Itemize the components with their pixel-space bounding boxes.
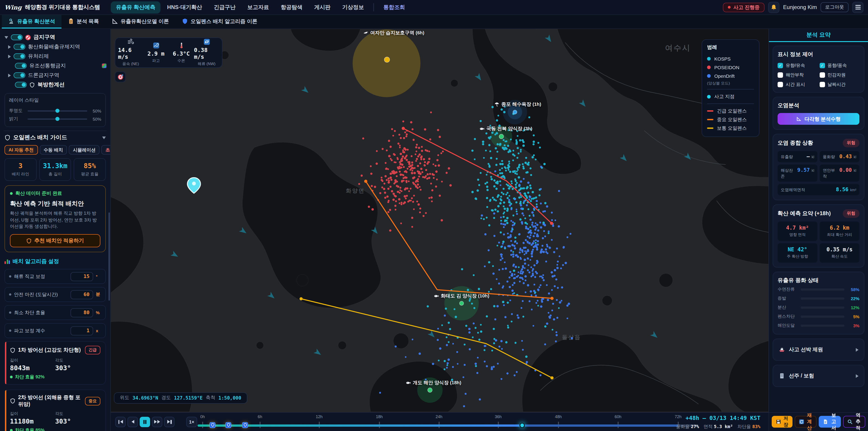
chevron-down-icon[interactable] [4, 36, 8, 39]
report-button[interactable]: 보고서 [819, 416, 841, 428]
chevron-down-icon[interactable] [102, 136, 106, 139]
display-checkbox-2[interactable]: 해안부착 [778, 72, 817, 78]
layer-toggle[interactable] [11, 34, 23, 40]
pollution-metric-1: 풍화량0.43kl [819, 151, 860, 162]
fence-deploy-marker-2[interactable] [242, 422, 248, 428]
legend-line-swatch [707, 127, 713, 129]
timeline-remaining [522, 424, 678, 427]
fence-mode-0[interactable]: AI 자동 추천 [4, 145, 38, 155]
slider-track[interactable] [28, 118, 87, 120]
notifications-button[interactable] [768, 2, 780, 13]
recalculate-button[interactable]: 재계산 [795, 416, 817, 428]
nav-item-1[interactable]: HNS·대기확산 [162, 1, 207, 13]
nav-item-7[interactable]: 통합조회 [378, 1, 410, 13]
slider-track[interactable] [28, 110, 87, 112]
action-button-row: 저장재계산보고서역추적 [769, 412, 868, 431]
defense-metric: 길이8043m [10, 358, 55, 372]
forecast-metric-1: 6.2 km최대 확산 거리 [819, 221, 860, 241]
tab-1[interactable]: 분석 목록 [61, 15, 105, 29]
palette-icon[interactable] [102, 63, 107, 68]
display-checkbox-0[interactable]: ✓유향/유속 [778, 62, 817, 69]
fence-deploy-marker-0[interactable] [210, 422, 215, 428]
slider-value: 50% [90, 108, 101, 113]
playback-speed-button[interactable]: 1× [186, 417, 197, 427]
backtrack-button[interactable]: 역추적 [843, 416, 865, 428]
block-efficiency: 차단 효율 92% [10, 374, 100, 380]
display-checkbox-1[interactable]: ✓풍향/풍속 [819, 62, 860, 69]
timeline-playhead[interactable] [520, 423, 525, 428]
metric-value: 0.00 [839, 167, 852, 173]
metric-label: 연안부착 [823, 168, 837, 180]
forecast-metric-3: 0.35 m/s확산 속도 [819, 243, 860, 263]
nav-item-2[interactable]: 긴급구난 [209, 1, 241, 13]
forecast-summary-card: 확산 예측 요약 (+18h)위험4.7 km²영향 면적6.2 km최대 확산… [773, 204, 864, 268]
locate-incident-button[interactable] [115, 71, 126, 82]
timeline-stat: 차단율 83% [737, 423, 761, 430]
nav-item-5[interactable]: 게시판 [309, 1, 336, 13]
polygon-analysis-button[interactable]: 다각형 분석수행 [778, 113, 860, 125]
chevron-right-icon[interactable] [8, 55, 11, 58]
tab-0[interactable]: 유출유 확산분석 [2, 15, 61, 29]
weather-metric-2: 6.3°C수온 [168, 42, 194, 63]
fence-guide-header[interactable]: 오일펜스 배치 가이드 [4, 134, 106, 142]
left-sidebar: 금지구역황산화물배출규제지역유처리제유조선통행금지드론금지구역북방한계선 레이어… [0, 29, 111, 431]
nav-item-0[interactable]: 유출유 확산예측 [111, 1, 160, 13]
ruler-white-icon [796, 116, 802, 122]
display-checkbox-5[interactable]: 날짜시간 [819, 81, 860, 88]
layer-label[interactable]: 유조선통행금지 [29, 62, 66, 69]
fence-mode-3[interactable]: 초기화 [101, 145, 111, 155]
logout-button[interactable]: 로그아웃 [820, 2, 848, 12]
layer-label[interactable]: 유처리제 [28, 53, 49, 60]
nav-item-6[interactable]: 기상정보 [337, 1, 369, 13]
chevron-right-icon [856, 348, 859, 351]
tab-3[interactable]: 오일펜스 배치 알고리즘 이론 [175, 15, 264, 29]
layer-label[interactable]: 금지구역 [33, 33, 55, 41]
save-button[interactable]: 저장 [772, 416, 792, 428]
menu-button[interactable] [852, 2, 864, 13]
skip-end-button[interactable] [164, 417, 175, 427]
map-canvas[interactable]: 여수시화양면돌산읍 14.6 m/s풍속 (NE)2.9 m파고6.3°C수온0… [111, 29, 769, 412]
apply-plan-button[interactable]: 추천 배치안 적용하기 [10, 234, 100, 247]
layer-toggle[interactable] [13, 72, 25, 78]
setting-input[interactable]: 60 [70, 290, 93, 299]
slider-knob[interactable] [55, 109, 59, 113]
tab-2[interactable]: 유출유확산모델 이론 [105, 15, 175, 29]
setting-input[interactable]: 15 [70, 272, 93, 281]
display-checkbox-4[interactable]: 시간 표시 [778, 81, 817, 88]
timeline-tick-label: 18h [376, 414, 383, 419]
layer-label[interactable]: 드론금지구역 [28, 72, 59, 79]
bar-value: 22% [848, 296, 860, 301]
layer-toggle[interactable] [13, 53, 25, 59]
collapsed-header-1[interactable]: 선주 / 보험 [778, 370, 860, 382]
layer-toggle[interactable] [15, 82, 27, 88]
chevron-right-icon[interactable] [8, 45, 11, 49]
slider-knob[interactable] [55, 117, 59, 121]
sidebar-scrollbar[interactable] [108, 212, 110, 301]
skip-start-button[interactable] [115, 417, 126, 427]
layer-toggle[interactable] [15, 63, 27, 69]
timeline-tick-label: 24h [436, 414, 442, 419]
bar-value: 58% [848, 287, 860, 292]
setting-label: 안전 마진 (도달시간) [14, 291, 68, 298]
chevron-right-icon[interactable] [8, 73, 11, 77]
style-slider-row-0: 투명도50% [9, 107, 101, 115]
setting-input[interactable]: 80 [70, 308, 93, 317]
layer-toggle[interactable] [13, 44, 25, 50]
nav-item-4[interactable]: 항공탐색 [276, 1, 307, 13]
report-icon [823, 419, 829, 425]
fence-deploy-marker-1[interactable] [225, 422, 231, 428]
display-checkbox-3[interactable]: 민감자원 [819, 72, 860, 78]
defense-metric: 각도303° [55, 411, 100, 425]
collapsed-header-0[interactable]: 사고 선박 제원 [778, 343, 860, 356]
fence-mode-1[interactable]: 수동 배치 [39, 145, 67, 155]
weathering-title: 유출유 풍화 상태 [778, 277, 860, 284]
bar-track [801, 288, 844, 291]
nav-item-3[interactable]: 보고자료 [242, 1, 274, 13]
step-back-button[interactable] [127, 417, 138, 427]
pause-button[interactable] [140, 417, 150, 427]
fast-forward-button[interactable] [152, 417, 162, 427]
fence-mode-2[interactable]: 시뮬레이션 [69, 145, 100, 155]
setting-input[interactable]: 1 [70, 326, 93, 335]
layer-label[interactable]: 황산화물배출규제지역 [28, 43, 80, 50]
layer-label[interactable]: 북방한계선 [37, 81, 65, 89]
